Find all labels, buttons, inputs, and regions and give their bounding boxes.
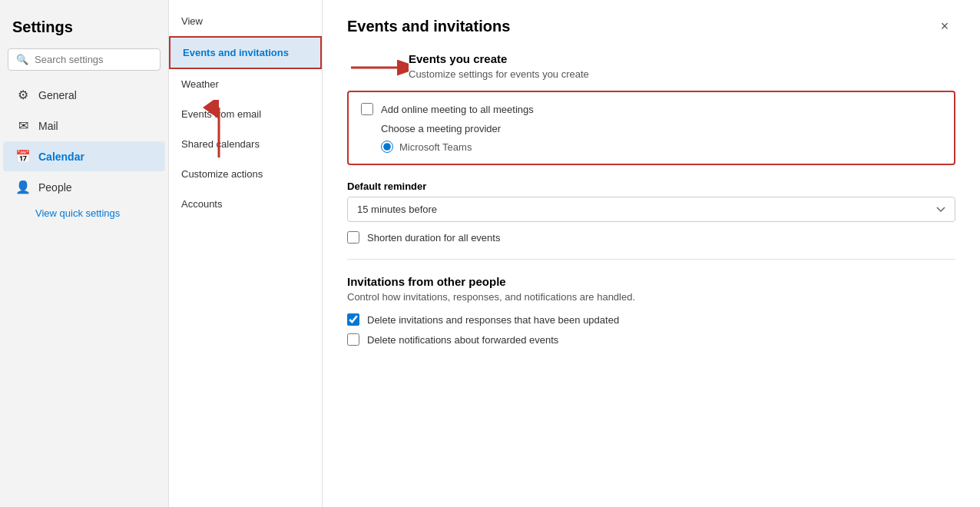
nav-item-view[interactable]: View xyxy=(169,6,322,36)
nav-item-weather[interactable]: Weather xyxy=(169,69,322,99)
nav-item-customize-actions[interactable]: Customize actions xyxy=(169,159,322,189)
shorten-duration-checkbox[interactable] xyxy=(347,231,359,244)
section-divider xyxy=(347,259,955,260)
annotation-arrow-top xyxy=(347,45,409,91)
nav-item-shared-calendars[interactable]: Shared calendars xyxy=(169,129,322,159)
main-content: Events and invitations × Events you crea… xyxy=(323,0,980,507)
nav-item-events-from-email[interactable]: Events from email xyxy=(169,99,322,129)
delete-invitations-checkbox[interactable] xyxy=(347,313,359,326)
delete-notifications-row: Delete notifications about forwarded eve… xyxy=(347,333,955,346)
delete-invitations-row: Delete invitations and responses that ha… xyxy=(347,313,955,326)
nav-item-events-and-invitations[interactable]: Events and invitations xyxy=(169,36,322,69)
default-reminder-dropdown[interactable]: 15 minutes before None 5 minutes before … xyxy=(347,197,955,222)
sidebar-item-mail[interactable]: ✉ Mail xyxy=(3,111,165,141)
nav-item-accounts[interactable]: Accounts xyxy=(169,189,322,219)
mail-icon: ✉ xyxy=(15,118,31,133)
invitations-title: Invitations from other people xyxy=(347,275,955,288)
page-title: Events and invitations xyxy=(347,18,510,35)
close-button[interactable]: × xyxy=(934,15,955,37)
nav-panel: View Events and invitations Weather Even… xyxy=(169,0,323,507)
online-meeting-box: Add online meeting to all meetings Choos… xyxy=(347,91,955,165)
shorten-duration-row: Shorten duration for all events xyxy=(347,231,955,244)
microsoft-teams-row: Microsoft Teams xyxy=(381,141,942,153)
view-quick-settings-link[interactable]: View quick settings xyxy=(0,203,168,224)
gear-icon: ⚙ xyxy=(15,88,31,102)
add-online-meeting-checkbox[interactable] xyxy=(361,103,373,115)
events-section-subtitle: Customize settings for events you create xyxy=(409,68,955,80)
search-box[interactable]: 🔍 xyxy=(8,48,161,71)
app-title: Settings xyxy=(0,12,168,48)
add-online-meeting-label: Add online meeting to all meetings xyxy=(381,104,534,115)
add-online-meeting-row: Add online meeting to all meetings xyxy=(361,103,942,115)
calendar-icon: 📅 xyxy=(15,149,31,164)
delete-invitations-label: Delete invitations and responses that ha… xyxy=(367,314,619,326)
sidebar: Settings 🔍 ⚙ General ✉ Mail 📅 Calendar 👤… xyxy=(0,0,169,507)
search-icon: 🔍 xyxy=(16,54,28,65)
invitations-description: Control how invitations, responses, and … xyxy=(347,291,955,303)
sidebar-item-people[interactable]: 👤 People xyxy=(3,172,165,202)
main-header: Events and invitations × xyxy=(347,15,955,37)
delete-notifications-label: Delete notifications about forwarded eve… xyxy=(367,334,558,346)
sidebar-item-general[interactable]: ⚙ General xyxy=(3,80,165,110)
delete-notifications-checkbox[interactable] xyxy=(347,333,359,346)
search-input[interactable] xyxy=(35,54,152,65)
microsoft-teams-radio[interactable] xyxy=(381,141,393,153)
events-section-title: Events you create xyxy=(409,52,955,65)
invitations-section: Invitations from other people Control ho… xyxy=(347,275,955,346)
microsoft-teams-label: Microsoft Teams xyxy=(399,141,472,153)
sidebar-item-calendar[interactable]: 📅 Calendar xyxy=(3,141,165,171)
people-icon: 👤 xyxy=(15,180,31,194)
events-you-create-section: Events you create Customize settings for… xyxy=(347,52,955,165)
shorten-duration-label: Shorten duration for all events xyxy=(367,232,500,244)
choose-provider-label: Choose a meeting provider xyxy=(381,123,942,134)
default-reminder-label: Default reminder xyxy=(347,181,955,192)
